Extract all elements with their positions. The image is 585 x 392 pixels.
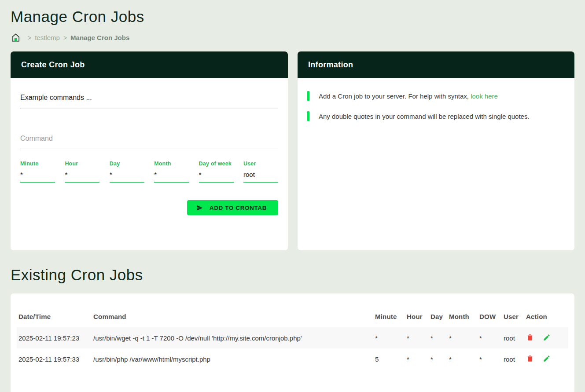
cron-field-day-of-week: Day of week <box>199 161 234 183</box>
edit-cron-job-button[interactable] <box>543 355 551 364</box>
delete-icon <box>526 355 534 364</box>
existing-cron-jobs-card: Date/TimeCommandMinuteHourDayMonthDOWUse… <box>11 293 574 392</box>
cron-field-day: Day <box>110 161 144 183</box>
cell-dow: * <box>478 348 502 370</box>
note-text: Add a Cron job to your server. For help … <box>319 92 498 100</box>
column-header-command: Command <box>92 300 373 327</box>
cron-table-head: Date/TimeCommandMinuteHourDayMonthDOWUse… <box>17 300 568 327</box>
cell-month: * <box>447 327 478 348</box>
breadcrumb-current: Manage Cron Jobs <box>70 34 129 41</box>
month-input[interactable] <box>154 167 189 183</box>
field-label: Day <box>110 161 144 167</box>
column-header-month: Month <box>447 300 478 327</box>
cron-job-row: 2025-02-11 19:57:23/usr/bin/wget -q -t 1… <box>17 327 568 348</box>
info-note: Any double quotes in your command will b… <box>307 111 565 121</box>
cell-month: * <box>447 348 478 370</box>
hour-input[interactable] <box>65 167 99 183</box>
add-to-crontab-button[interactable]: ADD TO CRONTAB <box>187 200 278 215</box>
cron-field-hour: Hour <box>65 161 99 183</box>
command-field-wrap <box>20 135 278 149</box>
cell-datetime: 2025-02-11 19:57:23 <box>17 327 92 348</box>
page: Manage Cron Jobs > testlemp > Manage Cro… <box>0 0 585 392</box>
column-header-action: Action <box>524 300 568 327</box>
look-here-link[interactable]: look here <box>471 92 498 100</box>
column-header-hour: Hour <box>405 300 429 327</box>
info-note: Add a Cron job to your server. For help … <box>307 91 565 101</box>
cell-datetime: 2025-02-11 19:57:33 <box>17 348 92 370</box>
cell-user: root <box>502 327 524 348</box>
send-arrow-icon <box>196 204 203 212</box>
cron-table-header-row: Date/TimeCommandMinuteHourDayMonthDOWUse… <box>17 300 568 327</box>
column-header-minute: Minute <box>373 300 405 327</box>
existing-cron-jobs-title: Existing Cron Jobs <box>11 266 574 284</box>
cron-table-body: 2025-02-11 19:57:23/usr/bin/wget -q -t 1… <box>17 327 568 370</box>
breadcrumb-separator: > <box>28 34 31 41</box>
field-label: Month <box>154 161 189 167</box>
cell-actions <box>524 348 568 370</box>
information-card: Information Add a Cron job to your serve… <box>298 51 574 250</box>
field-label: User <box>243 161 278 167</box>
edit-icon <box>543 355 551 364</box>
create-cron-job-card: Create Cron Job Example commands ... Min… <box>11 51 288 250</box>
cell-user: root <box>502 348 524 370</box>
cell-actions <box>524 327 568 348</box>
example-commands-select[interactable]: Example commands ... <box>20 94 278 109</box>
delete-icon <box>526 333 534 343</box>
note-accent-bar <box>307 111 309 121</box>
cron-field-month: Month <box>154 161 189 183</box>
cell-day: * <box>429 327 447 348</box>
cron-field-user: User <box>243 161 278 183</box>
breadcrumb-site[interactable]: testlemp <box>35 34 60 41</box>
cron-job-row: 2025-02-11 19:57:33/usr/bin/php /var/www… <box>17 348 568 370</box>
field-label: Minute <box>20 161 55 167</box>
cell-day: * <box>429 348 447 370</box>
cron-fields: MinuteHourDayMonthDay of weekUser <box>20 161 278 183</box>
information-card-body: Add a Cron job to your server. For help … <box>298 91 574 248</box>
create-card-body: Example commands ... MinuteHourDayMonthD… <box>11 94 288 250</box>
cell-command: /usr/bin/wget -q -t 1 -T 7200 -O /dev/nu… <box>92 327 373 348</box>
breadcrumb: > testlemp > Manage Cron Jobs <box>11 33 574 43</box>
column-header-user: User <box>502 300 524 327</box>
user-input[interactable] <box>243 167 278 183</box>
field-label: Hour <box>65 161 99 167</box>
cell-dow: * <box>478 327 502 348</box>
edit-cron-job-button[interactable] <box>543 333 551 343</box>
field-label: Day of week <box>199 161 234 167</box>
command-input[interactable] <box>20 135 278 149</box>
column-header-date-time: Date/Time <box>17 300 92 327</box>
note-accent-bar <box>307 91 309 101</box>
day-of-week-input[interactable] <box>199 167 234 183</box>
cell-hour: * <box>405 327 429 348</box>
create-card-title: Create Cron Job <box>11 51 288 78</box>
submit-row: ADD TO CRONTAB <box>20 200 278 215</box>
information-card-title: Information <box>298 51 574 78</box>
delete-cron-job-button[interactable] <box>526 333 534 343</box>
add-to-crontab-label: ADD TO CRONTAB <box>210 205 267 211</box>
cell-hour: * <box>405 348 429 370</box>
delete-cron-job-button[interactable] <box>526 355 534 364</box>
column-header-dow: DOW <box>478 300 502 327</box>
cell-minute: * <box>373 327 405 348</box>
note-text: Any double quotes in your command will b… <box>319 113 530 120</box>
page-title: Manage Cron Jobs <box>11 8 574 26</box>
cell-minute: 5 <box>373 348 405 370</box>
cron-field-minute: Minute <box>20 161 55 183</box>
cron-jobs-table: Date/TimeCommandMinuteHourDayMonthDOWUse… <box>17 300 568 370</box>
day-input[interactable] <box>110 167 144 183</box>
edit-icon <box>543 333 551 343</box>
breadcrumb-separator: > <box>63 34 67 41</box>
column-header-day: Day <box>429 300 447 327</box>
minute-input[interactable] <box>20 167 55 183</box>
home-icon[interactable] <box>11 33 21 43</box>
cards-row: Create Cron Job Example commands ... Min… <box>11 51 574 250</box>
cell-command: /usr/bin/php /var/www/html/myscript.php <box>92 348 373 370</box>
